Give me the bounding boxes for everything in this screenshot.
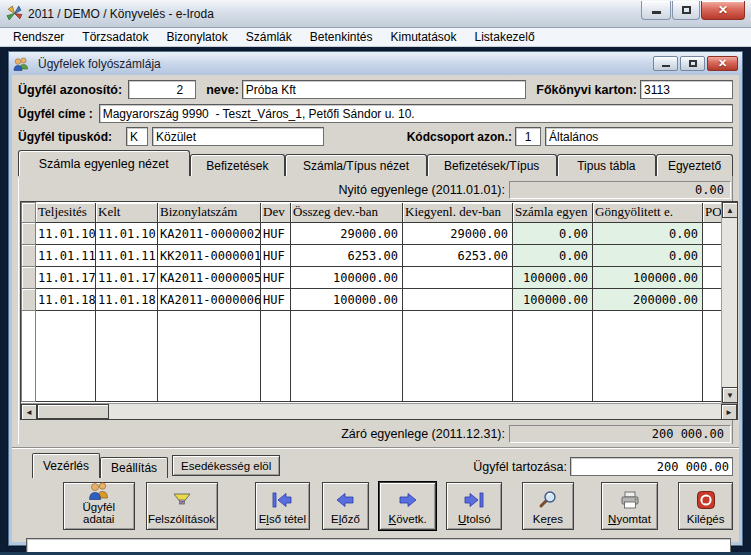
grid-cell[interactable]: 0.00 (593, 245, 703, 267)
dialog-close-button[interactable]: ✕ (707, 56, 738, 71)
grid-cell[interactable]: 11.01.10 (36, 223, 96, 245)
grid-cell[interactable]: 29000.00 (403, 223, 513, 245)
grid-cell[interactable]: HUF (261, 245, 291, 267)
scroll-down-button[interactable]: ▼ (722, 387, 738, 403)
reminders-button[interactable]: Felszólítások (146, 482, 218, 530)
menu-item-betenkintés[interactable]: Betenkintés (301, 29, 382, 45)
opening-balance-label: Nyitó egyenlege (2011.01.01): (338, 183, 505, 197)
client-address-input[interactable] (99, 104, 733, 123)
close-button[interactable]: ✕ (701, 1, 745, 20)
client-typecode-label: Ügyfél tipuskód: (18, 130, 112, 144)
grid-cell[interactable]: 29000.00 (291, 223, 403, 245)
grid-cell[interactable]: 100000.00 (513, 267, 593, 289)
row-selector[interactable] (22, 223, 36, 245)
section-divider (12, 447, 739, 449)
grid-cell[interactable]: 11.01.11 (96, 245, 158, 267)
grid-cell[interactable]: 11.01.17 (96, 267, 158, 289)
ledger-card-input[interactable] (640, 80, 733, 99)
dialog-minimize-button[interactable] (653, 56, 678, 71)
client-id-input[interactable] (128, 80, 196, 99)
grid-cell[interactable]: KA2011-0000002 (158, 223, 261, 245)
menu-item-listakezelő[interactable]: Listakezelő (466, 29, 544, 45)
tab-6[interactable]: Egyeztető (656, 154, 733, 176)
grid-cell[interactable]: 6253.00 (403, 245, 513, 267)
grid-cell[interactable]: HUF (261, 223, 291, 245)
grid-cell[interactable]: 11.01.18 (96, 289, 158, 311)
grid-cell[interactable]: KA2011-0000005 (158, 267, 261, 289)
grid-cell[interactable]: 11.01.10 (96, 223, 158, 245)
scroll-right-button[interactable]: ► (721, 404, 737, 420)
menu-item-rendszer[interactable]: Rendszer (4, 29, 73, 45)
codegroup-name-input[interactable] (545, 127, 733, 146)
next-button[interactable]: Követk. (379, 482, 437, 530)
menu-item-bizonylatok[interactable]: Bizonylatok (157, 29, 236, 45)
clients-icon (13, 56, 29, 72)
exit-icon (696, 486, 716, 513)
grid-cell[interactable] (703, 245, 722, 267)
grid-cell[interactable]: 6253.00 (291, 245, 403, 267)
grid-cell[interactable]: 11.01.18 (36, 289, 96, 311)
closing-balance-value: 200 000.00 (509, 425, 731, 443)
last-button[interactable]: Utolsó (446, 482, 502, 530)
previous-button[interactable]: Előző (322, 482, 369, 530)
client-typename-input[interactable] (152, 127, 324, 146)
grid-cell[interactable]: 100000.00 (513, 289, 593, 311)
tab-3[interactable]: Számla/Típus nézet (285, 154, 427, 176)
client-id-label: Ügyfél azonosító: (18, 83, 122, 97)
row-selector[interactable] (22, 267, 36, 289)
minimize-button[interactable] (641, 1, 671, 20)
client-data-button[interactable]: Ügyfél adatai (63, 482, 135, 530)
row-selector[interactable] (22, 289, 36, 311)
scroll-up-button[interactable]: ▲ (722, 202, 738, 218)
grid-cell[interactable]: 0.00 (593, 223, 703, 245)
grid-cell[interactable]: 100000.00 (291, 267, 403, 289)
grid-cell[interactable]: 0.00 (513, 223, 593, 245)
client-debt-input[interactable] (570, 457, 733, 476)
grid-vertical-scrollbar[interactable]: ▲ ▼ (721, 202, 737, 403)
grid-cell[interactable]: HUF (261, 267, 291, 289)
horizontal-scroll-thumb[interactable] (37, 404, 109, 419)
grid-cell[interactable] (703, 267, 722, 289)
grid-cell[interactable]: 11.01.17 (36, 267, 96, 289)
grid-cell[interactable]: HUF (261, 289, 291, 311)
tab-4[interactable]: Befizetések/Típus (427, 154, 557, 176)
maximize-button[interactable] (672, 1, 700, 20)
scroll-left-button[interactable]: ◄ (21, 404, 37, 420)
dialog-maximize-button[interactable] (680, 56, 705, 71)
control-tab-1[interactable]: Vezérlés (32, 453, 100, 478)
menu-item-számlák[interactable]: Számlák (237, 29, 301, 45)
grid-cell[interactable] (403, 267, 513, 289)
tab-5[interactable]: Tipus tábla (557, 154, 657, 176)
button-label: Első tétel (259, 513, 306, 525)
search-button[interactable]: Keres (522, 482, 574, 530)
print-button[interactable]: Nyomtat (601, 482, 659, 530)
menu-item-törzsadatok[interactable]: Törzsadatok (73, 29, 157, 45)
grid-empty-area (22, 311, 722, 402)
grid-cell[interactable]: 200000.00 (593, 289, 703, 311)
grid-cell[interactable] (703, 289, 722, 311)
menu-item-kimutatások[interactable]: Kimutatások (382, 29, 466, 45)
grid-cell[interactable] (403, 289, 513, 311)
tab-1[interactable]: Számla egyenleg nézet (18, 150, 190, 176)
control-tab-2[interactable]: Beállítás (100, 457, 168, 478)
grid-cell[interactable]: KK2011-0000001 (158, 245, 261, 267)
grid-cell[interactable]: 0.00 (513, 245, 593, 267)
grid-cell[interactable]: 100000.00 (291, 289, 403, 311)
tab-2[interactable]: Befizetések (190, 154, 286, 176)
exit-button[interactable]: Kilépés (678, 482, 733, 530)
grid-cell[interactable]: 11.01.11 (36, 245, 96, 267)
closing-balance-label: Záró egyenlege (2011.12.31): (341, 427, 505, 441)
grid-cell[interactable]: KA2011-0000006 (158, 289, 261, 311)
client-typecode-input[interactable] (126, 127, 148, 146)
due-order-button[interactable]: Esedékesség elöl (172, 455, 280, 476)
last-icon (461, 486, 487, 513)
client-name-input[interactable] (242, 80, 526, 99)
codegroup-id-input[interactable] (515, 127, 541, 146)
grid-cell[interactable] (703, 223, 722, 245)
first-item-button[interactable]: Első tétel (255, 482, 311, 530)
grid-horizontal-scrollbar[interactable]: ◄ ► (21, 403, 737, 419)
table-row: 11.01.1711.01.17KA2011-0000005HUF100000.… (22, 267, 722, 289)
grid-cell[interactable]: 100000.00 (593, 267, 703, 289)
row-selector[interactable] (22, 245, 36, 267)
button-label: Felszólítások (148, 513, 215, 525)
